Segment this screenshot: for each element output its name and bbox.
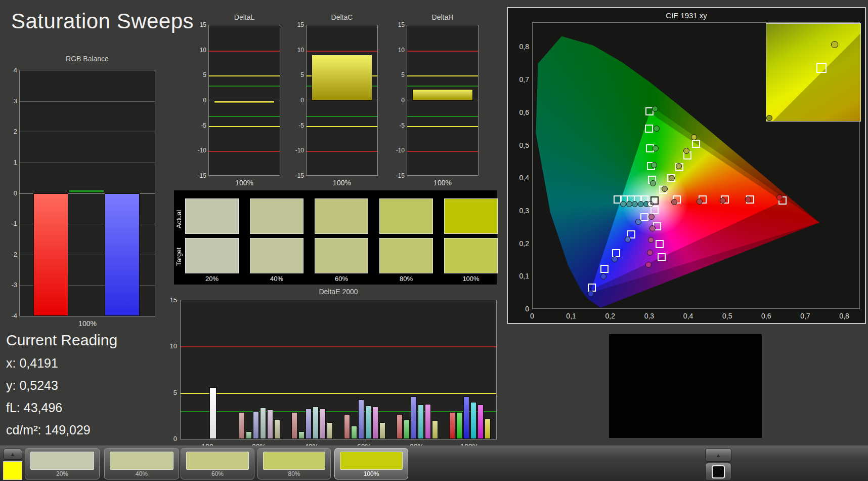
delta-refline [307,151,377,152]
cie-xtick: 0 [530,312,534,320]
delta-ytick: -10 [387,147,405,154]
patch-button-label: 80% [258,470,330,477]
delta-ytick: -5 [189,122,206,129]
target-swatch-20% [185,238,239,273]
cie-target-square-magenta-3 [658,253,666,261]
cie-target-square-magenta-0 [650,206,659,214]
cie-target-square-green-1 [645,125,653,133]
deltae-bar-80%-0 [397,414,403,439]
cie-measured-circle-cyan-1 [626,201,632,207]
cie-measured-circle-magenta-1 [649,225,656,231]
cie-zoom-inset [766,23,861,122]
delta-ytick: 5 [287,71,304,78]
rgb-bar-blue [105,193,140,316]
patch-chip-60% [186,452,249,470]
target-row-label: Target [175,239,183,274]
patch-button-40%[interactable]: 40% [104,448,179,479]
cie-inset-corner-circle [766,115,772,121]
cie-inset-measured-circle [831,41,838,48]
patch-list-scroll-up-button[interactable]: ▲ [3,449,22,460]
rgb-balance-title: RGB Balance [19,55,155,63]
delta-ytick: -15 [189,172,206,179]
delta-ytick: 10 [287,47,304,54]
delta-ytick: 15 [287,21,304,28]
active-patch-swatch[interactable] [3,461,22,480]
delta-xlabel: 100% [333,179,351,187]
patch-chip-20% [30,452,94,470]
cie-ytick: 0,1 [511,272,529,280]
deltae-bar-40%-4 [320,409,326,439]
patch-button-80%[interactable]: 80% [257,448,331,479]
cie-ytick: 0,8 [511,43,529,51]
deltae-ytick: 15 [160,296,177,304]
cie-measured-circle-yellow-3 [669,175,675,181]
rgb-ytick: 3 [0,97,17,104]
delta-chart-title-DeltaC: DeltaC [306,13,378,21]
patch-button-100%[interactable]: 100% [334,448,408,479]
patch-button-60%[interactable]: 60% [181,448,254,479]
cie-measured-circle-cyan-3 [638,201,644,207]
page-title: Saturation Sweeps [11,9,194,33]
cie-xtick: 0,7 [800,312,810,320]
swatch-col-label: 80% [400,275,413,283]
delta-ytick: 0 [387,97,405,104]
actual-swatch-60% [315,198,368,234]
cie-target-square-magenta-2 [656,240,664,248]
toolbar-scroll-up-button[interactable]: ▲ [705,448,731,462]
cie-inset-locus-edge [766,24,860,121]
delta-refline [407,86,478,87]
delta-refline [209,86,280,87]
target-swatch-40% [250,238,303,273]
delta-refline [407,126,478,127]
deltae-bar-100%-1 [456,412,462,439]
delta-chart-DeltaC [306,25,378,176]
delta-ytick: -15 [287,172,304,179]
deltae-bar-100%-0 [449,412,455,439]
deltae-bar-80%-4 [425,404,431,439]
delta-zeroline [407,101,478,101]
current-reading-x: x: 0,4191 [6,356,58,371]
delta-refline [209,51,280,52]
deltae-bar-40%-2 [306,409,312,439]
cie-measured-circle-blue-2 [612,256,618,262]
cie-measured-circle-green-1 [654,126,660,132]
display-window-button[interactable]: ■ [705,463,731,480]
cie-measured-circle-blue-4 [588,291,594,297]
delta-ytick: 5 [387,71,405,78]
actual-swatch-20% [185,198,239,234]
cie-target-square-yellow-0 [692,140,700,148]
patch-chip-40% [110,452,173,470]
cie-xtick: 0,3 [644,312,654,320]
delta-bar-DeltaL [214,101,275,103]
actual-target-swatch-panel: ActualTarget20%40%60%80%100% [174,190,497,285]
cie-title: CIE 1931 xy [508,11,865,20]
delta-refline [407,116,478,117]
deltae-bar-80%-5 [432,421,438,439]
actual-swatch-100% [444,198,498,234]
cie-measured-circle-cyan-2 [632,201,638,207]
delta-chart-DeltaH [407,25,479,176]
deltae-bar-20%-3 [260,408,266,439]
patch-button-20%[interactable]: 20% [25,448,100,479]
deltae-bar-80%-3 [418,405,424,439]
rgb-gridline [20,132,155,132]
patch-chip-80% [263,452,325,470]
rgb-ytick: 2 [0,128,17,135]
rgb-ytick: -4 [0,312,17,319]
cie-xtick: 0,5 [722,312,732,320]
cie-ytick: 0 [511,305,529,313]
actual-row-label: Actual [175,202,183,237]
rgb-ytick: 4 [0,66,17,74]
cie-measured-circle-red-4 [776,194,783,201]
delta-refline [407,51,478,52]
patch-button-label: 100% [335,470,408,477]
cie-xtick: 0,2 [605,312,615,320]
deltae-bar-20%-5 [274,420,280,439]
video-preview-rect [609,334,762,438]
rgb-bar-red [33,193,68,316]
deltae-chart [180,300,497,439]
actual-swatch-40% [250,198,303,234]
swatch-col-label: 60% [335,275,348,283]
delta-ytick: -10 [189,147,206,154]
delta-chart-DeltaL [208,25,280,176]
